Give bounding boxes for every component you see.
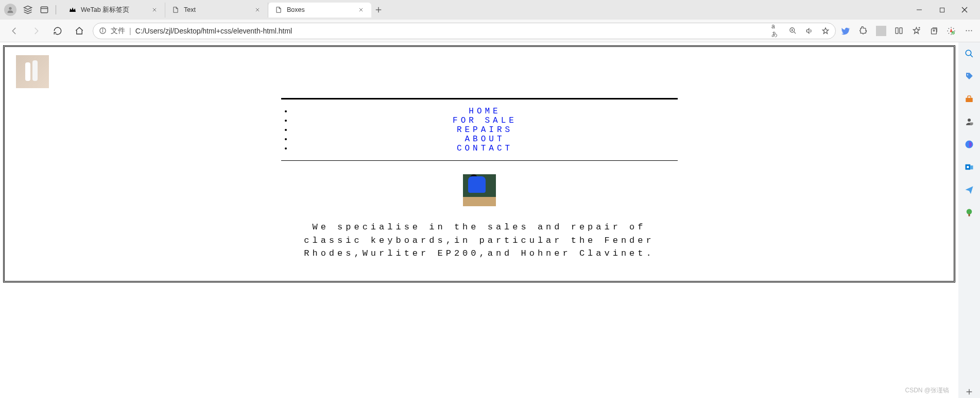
more-icon[interactable] (964, 26, 974, 36)
svg-point-17 (102, 29, 103, 29)
tab-title: Boxes (287, 6, 353, 13)
titlebar: WeTab 新标签页 Text Boxes (0, 0, 980, 20)
performance-icon[interactable] (946, 26, 956, 36)
toolbar: 文件 | C:/Users/zjl/Desktop/html+css/eleve… (0, 20, 980, 42)
translate-icon[interactable]: aあ (771, 26, 781, 36)
svg-rect-12 (940, 8, 944, 12)
tab-overview-icon[interactable] (39, 5, 49, 15)
tab-title: Text (184, 6, 249, 13)
svg-point-32 (971, 30, 972, 31)
new-tab-button[interactable] (371, 3, 386, 17)
tab-wetab[interactable]: WeTab 新标签页 (62, 3, 165, 18)
collections-icon[interactable] (929, 26, 939, 36)
tab-title: WeTab 新标签页 (81, 6, 146, 14)
read-aloud-icon[interactable] (804, 26, 814, 36)
workspace-icon[interactable] (23, 5, 33, 15)
forward-button (28, 23, 44, 39)
close-icon[interactable] (150, 6, 159, 14)
tab-strip: WeTab 新标签页 Text Boxes (62, 3, 904, 18)
minimize-button[interactable] (908, 2, 931, 18)
maximize-button[interactable] (931, 2, 953, 18)
address-label: 文件 (111, 26, 125, 36)
svg-rect-1 (41, 7, 47, 13)
crown-icon (68, 6, 77, 14)
tab-boxes[interactable]: Boxes (268, 3, 371, 18)
file-icon (274, 6, 283, 14)
address-separator: | (129, 27, 131, 35)
zoom-icon[interactable] (788, 26, 797, 36)
svg-rect-23 (899, 28, 902, 34)
close-icon[interactable] (357, 6, 365, 14)
extensions-icon[interactable] (858, 26, 869, 36)
info-icon[interactable] (98, 27, 107, 35)
address-url: C:/Users/zjl/Desktop/html+css/eleventh-h… (135, 27, 767, 35)
split-screen-icon[interactable] (893, 26, 904, 36)
favorites-icon[interactable] (911, 26, 921, 36)
svg-rect-22 (896, 28, 898, 34)
close-icon[interactable] (253, 6, 262, 14)
favorite-icon[interactable] (821, 26, 830, 36)
tab-text[interactable]: Text (165, 3, 268, 18)
svg-point-31 (968, 30, 969, 31)
bird-icon[interactable] (841, 26, 851, 36)
svg-line-19 (794, 31, 796, 34)
close-button[interactable] (953, 2, 976, 18)
browser-chrome: WeTab 新标签页 Text Boxes (0, 0, 980, 42)
address-bar[interactable]: 文件 | C:/Users/zjl/Desktop/html+css/eleve… (93, 23, 836, 39)
file-icon (171, 6, 180, 14)
home-button[interactable] (71, 23, 88, 39)
svg-point-30 (966, 30, 967, 31)
svg-point-0 (9, 7, 11, 10)
profile-avatar[interactable] (4, 4, 16, 16)
back-button[interactable] (6, 23, 23, 39)
refresh-button[interactable] (49, 23, 66, 39)
